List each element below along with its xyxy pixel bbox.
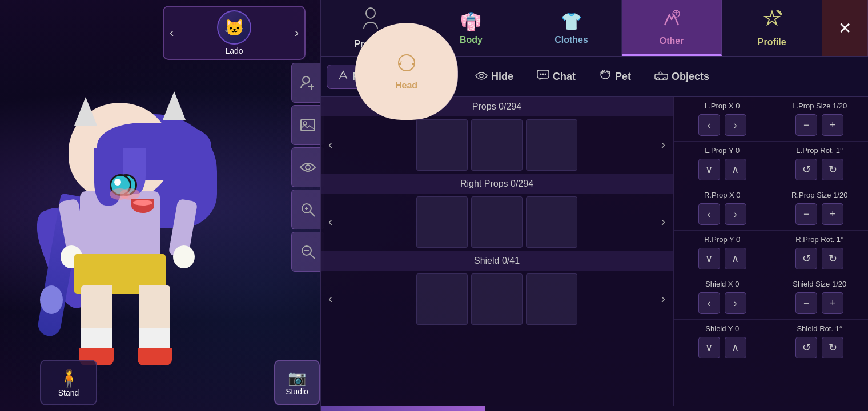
right-props-prev-button[interactable]: ‹ xyxy=(326,212,335,232)
right-props-slot-1[interactable] xyxy=(416,196,468,248)
right-props-header: Right Props 0/294 xyxy=(321,174,673,194)
rprop-rot-btns: ↺ ↻ xyxy=(774,245,866,272)
svg-point-5 xyxy=(306,165,310,170)
tab-head[interactable]: Head xyxy=(355,23,458,120)
shield-slot-1[interactable] xyxy=(416,273,468,325)
lprop-size-dec-button[interactable]: − xyxy=(795,114,817,136)
shield-rot-btns: ↺ ↻ xyxy=(774,335,866,361)
shield-x-dec-button[interactable]: ‹ xyxy=(698,292,720,314)
shield-header: Shield 0/41 xyxy=(321,251,673,271)
shield-items-row: ‹ › xyxy=(321,271,673,328)
shield-size-label: Shield Size 1/20 xyxy=(774,278,866,290)
rprop-x-size-row: R.Prop X 0 ‹ › R.Prop Size 1/20 − + xyxy=(674,186,868,231)
bottom-progress-bar xyxy=(321,406,868,411)
top-tab-bar: Presets 👘 Body Head 👕 Clothes xyxy=(321,0,868,57)
lprop-x-group: L.Prop X 0 ‹ › xyxy=(674,97,771,141)
tab-chat[interactable]: Chat xyxy=(527,65,586,88)
svg-point-4 xyxy=(303,122,307,125)
next-character-button[interactable]: › xyxy=(295,27,299,39)
right-props-slot-2[interactable] xyxy=(471,196,523,248)
shield-x-size-row: Shield X 0 ‹ › Shield Size 1/20 − + xyxy=(674,275,868,320)
shield-prev-button[interactable]: ‹ xyxy=(326,289,335,309)
props-slot-1[interactable] xyxy=(416,119,468,171)
tab-body-label: Body xyxy=(460,35,483,45)
stand-button[interactable]: 🧍 Stand xyxy=(40,360,97,405)
svg-point-21 xyxy=(542,73,544,75)
right-props-slot-3[interactable] xyxy=(526,196,577,248)
shield-y-inc-button[interactable]: ∧ xyxy=(725,337,746,358)
svg-point-26 xyxy=(606,70,608,71)
svg-point-0 xyxy=(303,76,310,83)
rprop-size-dec-button[interactable]: − xyxy=(795,203,817,225)
rprop-x-inc-button[interactable]: › xyxy=(725,203,746,225)
lprop-rot-cw-button[interactable]: ↻ xyxy=(822,159,843,180)
shield-slot-3[interactable] xyxy=(526,273,577,325)
svg-point-22 xyxy=(545,73,546,75)
rprop-size-btns: − + xyxy=(774,201,866,227)
ear-right xyxy=(163,91,186,120)
shield-x-btns: ‹ › xyxy=(677,290,768,316)
props-slot-2[interactable] xyxy=(471,119,523,171)
character-panel: ‹ 🐱 Lado › xyxy=(0,0,326,411)
lprop-y-dec-button[interactable]: ∨ xyxy=(698,159,720,180)
rprop-x-label: R.Prop X 0 xyxy=(677,189,768,201)
lprop-x-dec-button[interactable]: ‹ xyxy=(698,114,720,136)
props-icon xyxy=(337,70,349,84)
svg-line-7 xyxy=(310,212,315,216)
character-mouth xyxy=(131,199,154,213)
lprop-size-inc-button[interactable]: + xyxy=(822,114,843,136)
shield-next-button[interactable]: › xyxy=(658,289,668,309)
tab-hide[interactable]: Hide xyxy=(465,66,524,88)
lprop-y-inc-button[interactable]: ∧ xyxy=(725,159,746,180)
shield-section: Shield 0/41 ‹ › xyxy=(321,251,673,328)
shield-x-inc-button[interactable]: › xyxy=(725,292,746,314)
tab-pet[interactable]: Pet xyxy=(589,65,641,88)
main-content-area: Props 0/294 ‹ › Right Props 0/294 xyxy=(321,97,868,406)
rprop-rot-cw-button[interactable]: ↻ xyxy=(822,248,843,269)
tab-head-label: Head xyxy=(395,80,417,91)
prev-character-button[interactable]: ‹ xyxy=(170,27,174,39)
rprop-y-group: R.Prop Y 0 ∨ ∧ xyxy=(674,231,771,275)
tab-clothes[interactable]: 👕 Clothes xyxy=(521,0,622,56)
close-panel-button[interactable]: ✕ xyxy=(822,0,868,56)
lprop-x-inc-button[interactable]: › xyxy=(725,114,746,136)
tab-pet-label: Pet xyxy=(615,71,631,83)
studio-button[interactable]: 📷 Studio xyxy=(274,360,320,405)
shield-size-inc-button[interactable]: + xyxy=(822,292,843,314)
lprop-rot-label: L.Prop Rot. 1° xyxy=(774,144,866,156)
shield-rot-ccw-button[interactable]: ↺ xyxy=(795,337,817,358)
tab-profile[interactable]: Profile xyxy=(722,0,822,56)
shield-rot-cw-button[interactable]: ↻ xyxy=(822,337,843,358)
progress-fill xyxy=(321,406,485,411)
lprop-rot-ccw-button[interactable]: ↺ xyxy=(795,159,817,180)
rprop-y-rot-row: R.Prop Y 0 ∨ ∧ R.Prop Rot. 1° ↺ ↻ xyxy=(674,231,868,275)
shield-y-dec-button[interactable]: ∨ xyxy=(698,337,720,358)
right-props-next-button[interactable]: › xyxy=(658,212,668,232)
tab-other[interactable]: Other xyxy=(622,0,722,56)
rprop-y-dec-button[interactable]: ∨ xyxy=(698,248,720,269)
shield-slot-2[interactable] xyxy=(471,273,523,325)
props-prev-button[interactable]: ‹ xyxy=(326,135,335,155)
props-next-button[interactable]: › xyxy=(658,135,668,155)
shield-size-dec-button[interactable]: − xyxy=(795,292,817,314)
pet-icon xyxy=(599,70,612,84)
rprop-x-dec-button[interactable]: ‹ xyxy=(698,203,720,225)
shield-x-label: Shield X 0 xyxy=(677,278,768,290)
rprop-y-inc-button[interactable]: ∧ xyxy=(725,248,746,269)
character-info: 🐱 Lado xyxy=(217,10,251,55)
rprop-rot-ccw-button[interactable]: ↺ xyxy=(795,248,817,269)
character-name: Lado xyxy=(225,46,243,55)
chat-icon xyxy=(537,70,549,84)
body-icon: 👘 xyxy=(460,11,481,31)
tab-objects[interactable]: Objects xyxy=(644,66,720,88)
lprop-y-label: L.Prop Y 0 xyxy=(677,144,768,156)
right-props-items-row: ‹ › xyxy=(321,194,673,251)
controls-panel: L.Prop X 0 ‹ › L.Prop Size 1/20 − + xyxy=(674,97,868,406)
shield-x-group: Shield X 0 ‹ › xyxy=(674,275,771,319)
svg-rect-27 xyxy=(655,74,668,79)
shield-size-btns: − + xyxy=(774,290,866,316)
props-slot-3[interactable] xyxy=(526,119,577,171)
shield-slots xyxy=(340,273,653,325)
svg-line-11 xyxy=(310,254,315,259)
rprop-size-inc-button[interactable]: + xyxy=(822,203,843,225)
